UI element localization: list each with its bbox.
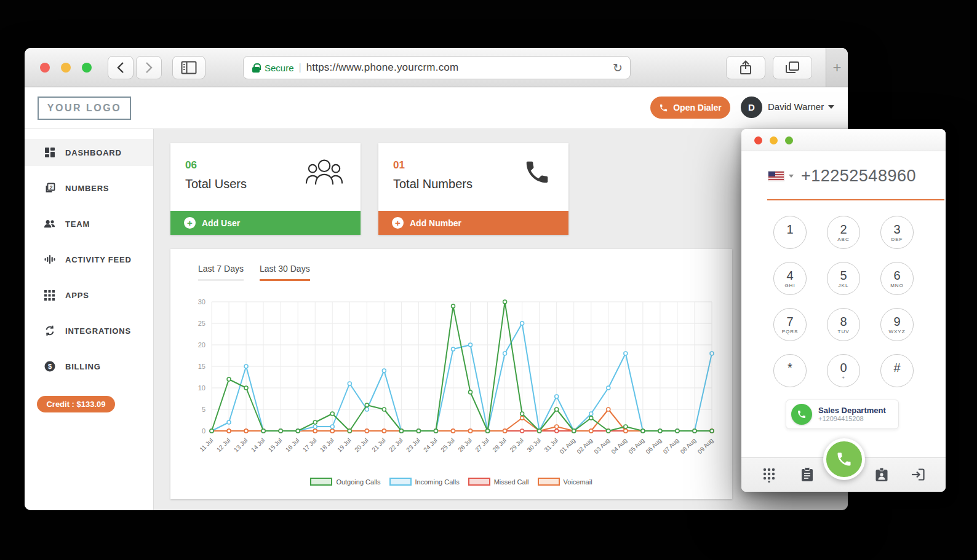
sidebar-item-label: DASHBOARD — [65, 148, 122, 157]
keypad-tab-button[interactable] — [762, 467, 778, 483]
svg-text:20 Jul: 20 Jul — [353, 437, 370, 454]
sidebar-item-billing[interactable]: $BILLING — [25, 353, 153, 380]
svg-text:16 Jul: 16 Jul — [284, 437, 301, 454]
sidebar-panes-icon — [181, 61, 197, 74]
tab-overview-button[interactable] — [773, 56, 812, 79]
sidebar-item-team[interactable]: TEAM — [25, 210, 153, 237]
svg-text:10: 10 — [198, 384, 205, 392]
svg-text:13 Jul: 13 Jul — [233, 437, 249, 454]
user-menu[interactable]: David Warner — [768, 101, 834, 112]
svg-text:30: 30 — [198, 298, 205, 306]
window-zoom-button[interactable] — [82, 63, 92, 73]
people-group-icon — [305, 158, 343, 189]
contacts-tab-button[interactable] — [874, 467, 890, 483]
call-button[interactable] — [823, 438, 865, 480]
dialer-minimize-button[interactable] — [770, 136, 778, 144]
calls-chart-card: Last 7 Days Last 30 Days 05101520253011 … — [170, 249, 732, 499]
sidebar: DASHBOARD2NUMBERSTEAMACTIVITY FEEDAPPSIN… — [25, 129, 154, 510]
svg-text:23 Jul: 23 Jul — [405, 437, 421, 454]
contact-card-icon — [874, 467, 889, 483]
dashboard-icon — [44, 147, 55, 159]
add-number-button[interactable]: + Add Number — [378, 211, 568, 235]
tab-last-7-days[interactable]: Last 7 Days — [198, 264, 244, 281]
avatar[interactable]: D — [741, 97, 762, 118]
quick-contact-sales[interactable]: Sales Department +12094415208 — [786, 400, 899, 429]
key-9[interactable]: 9WXYZ — [880, 308, 914, 341]
svg-text:05 Aug: 05 Aug — [627, 437, 645, 455]
reload-button[interactable]: ↻ — [613, 60, 623, 76]
back-button[interactable] — [108, 56, 134, 79]
plus-circle-icon: + — [392, 217, 404, 229]
add-user-button[interactable]: + Add User — [170, 211, 361, 235]
sidebar-item-label: TEAM — [65, 219, 90, 229]
key-letters: PQRS — [782, 329, 799, 334]
clipboard-icon — [800, 467, 815, 483]
contact-phone-icon — [791, 404, 812, 425]
chevron-right-icon — [145, 61, 153, 74]
chevron-down-icon[interactable] — [789, 175, 794, 178]
sidebar-item-label: NUMBERS — [65, 184, 109, 193]
svg-text:15 Jul: 15 Jul — [267, 437, 284, 454]
open-dialer-button[interactable]: Open Dialer — [650, 97, 730, 119]
key-digit: # — [893, 361, 900, 374]
share-button[interactable] — [726, 56, 765, 79]
dialed-number-input[interactable]: +12252548960 — [801, 167, 916, 186]
user-name-label: David Warner — [768, 101, 824, 112]
key-0[interactable]: 0+ — [827, 354, 860, 387]
key-digit: 9 — [893, 315, 900, 328]
open-dialer-label: Open Dialer — [673, 103, 722, 112]
new-tab-button[interactable]: + — [826, 48, 848, 87]
tab-last-30-days[interactable]: Last 30 Days — [260, 264, 310, 281]
key-hash[interactable]: # — [880, 354, 914, 387]
forward-button[interactable] — [136, 56, 162, 79]
sidebar-item-activity-feed[interactable]: ACTIVITY FEED — [25, 246, 153, 273]
dialer-zoom-button[interactable] — [785, 136, 793, 144]
sidebar-item-numbers[interactable]: 2NUMBERS — [25, 175, 153, 202]
phone-icon — [659, 103, 668, 112]
svg-text:18 Jul: 18 Jul — [319, 437, 335, 454]
url-bar[interactable]: Secure | https://www.phone.yourcrm.com ↻ — [243, 56, 631, 79]
key-1[interactable]: 1 — [773, 216, 807, 249]
key-6[interactable]: 6MNO — [880, 262, 914, 295]
key-star[interactable]: * — [773, 354, 807, 387]
key-8[interactable]: 8TUV — [827, 308, 860, 341]
call-log-tab-button[interactable] — [800, 467, 816, 483]
chevron-down-icon — [828, 105, 834, 109]
legend-swatch — [538, 478, 560, 486]
svg-text:03 Aug: 03 Aug — [592, 437, 611, 455]
svg-text:25 Jul: 25 Jul — [439, 437, 456, 454]
svg-text:07 Aug: 07 Aug — [662, 437, 680, 455]
dialer-close-button[interactable] — [754, 136, 762, 144]
team-icon — [44, 218, 55, 230]
key-digit: 4 — [786, 269, 793, 282]
sidebar-item-integrations[interactable]: INTEGRATIONS — [25, 317, 153, 344]
sidebar-item-dashboard[interactable]: DASHBOARD — [25, 139, 153, 166]
key-letters: JKL — [839, 283, 849, 288]
us-flag-icon[interactable] — [768, 172, 784, 181]
plus-icon: + — [832, 59, 841, 76]
svg-text:26 Jul: 26 Jul — [457, 437, 473, 454]
window-minimize-button[interactable] — [61, 63, 71, 73]
svg-text:06 Aug: 06 Aug — [645, 437, 663, 455]
key-7[interactable]: 7PQRS — [773, 308, 807, 341]
legend-swatch — [310, 478, 332, 486]
window-close-button[interactable] — [40, 63, 50, 73]
svg-text:0: 0 — [202, 427, 205, 435]
exit-tab-button[interactable] — [910, 467, 926, 483]
sidebar-item-apps[interactable]: APPS — [25, 282, 153, 309]
key-5[interactable]: 5JKL — [827, 262, 860, 295]
svg-text:29 Jul: 29 Jul — [508, 437, 525, 454]
sidebar-toggle-button[interactable] — [172, 56, 205, 79]
integrations-icon — [44, 325, 55, 337]
key-3[interactable]: 3DEF — [880, 216, 914, 249]
app-header: YOUR LOGO Open Dialer D David Warner — [25, 87, 848, 129]
key-letters: GHI — [784, 283, 795, 288]
legend-label: Missed Call — [494, 478, 529, 486]
key-4[interactable]: 4GHI — [773, 262, 807, 295]
svg-text:14 Jul: 14 Jul — [250, 437, 266, 454]
key-2[interactable]: 2ABC — [827, 216, 860, 249]
svg-text:15: 15 — [198, 363, 205, 370]
chart-range-tabs: Last 7 Days Last 30 Days — [170, 249, 732, 281]
svg-text:5: 5 — [202, 406, 205, 413]
total-numbers-card: 01 Total Numbers + Add Number — [378, 143, 568, 235]
